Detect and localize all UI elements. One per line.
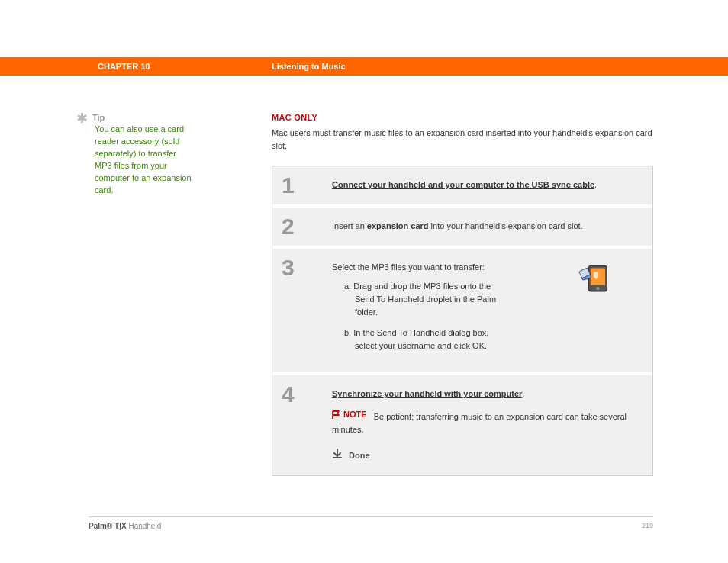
svg-point-2 bbox=[596, 287, 599, 290]
intro-text: Mac users must transfer music files to a… bbox=[272, 127, 653, 152]
step-number: 1 bbox=[282, 174, 317, 197]
tip-text: You can also use a card reader accessory… bbox=[95, 124, 194, 197]
product-name: Palm® T|X Handheld bbox=[89, 522, 161, 530]
tip-label: Tip bbox=[76, 113, 229, 122]
text: . bbox=[594, 180, 597, 189]
note-label: NOTE bbox=[332, 408, 367, 421]
mac-only-heading: MAC ONLY bbox=[272, 113, 653, 122]
step-body: Synchronize your handheld with your comp… bbox=[326, 375, 652, 475]
asterisk-icon: ✱ bbox=[76, 113, 88, 124]
chapter-label: CHAPTER 10 bbox=[98, 62, 272, 71]
synchronize-link[interactable]: Synchronize your handheld with your comp… bbox=[332, 389, 522, 398]
step-body: Insert an expansion card into your handh… bbox=[326, 208, 652, 246]
flag-icon bbox=[332, 410, 341, 420]
step-number: 2 bbox=[282, 215, 317, 238]
handheld-device-icon bbox=[578, 261, 614, 298]
step-number-cell: 1 bbox=[272, 166, 326, 204]
expansion-card-link[interactable]: expansion card bbox=[367, 221, 429, 230]
step-3: 3 Select the MP3 files you want to trans… bbox=[272, 249, 652, 375]
step-number-cell: 2 bbox=[272, 208, 326, 246]
note-row: NOTE Be patient; transferring music to a… bbox=[332, 408, 639, 436]
step3-item-b: b. In the Send To Handheld dialog box, s… bbox=[344, 327, 507, 352]
done-row: Done bbox=[332, 449, 639, 463]
step-number: 4 bbox=[282, 383, 317, 406]
step-4: 4 Synchronize your handheld with your co… bbox=[272, 375, 652, 475]
connect-link[interactable]: Connect your handheld and your computer … bbox=[332, 180, 594, 189]
text: Insert an bbox=[332, 221, 367, 230]
step-1: 1 Connect your handheld and your compute… bbox=[272, 166, 652, 208]
note-text: Be patient; transferring music to an exp… bbox=[332, 412, 627, 434]
download-arrow-icon bbox=[332, 449, 343, 463]
chapter-title: Listening to Music bbox=[272, 62, 346, 71]
text: . bbox=[522, 389, 524, 398]
step3-sublist: a. Drag and drop the MP3 files onto the … bbox=[332, 280, 507, 352]
step-number-cell: 4 bbox=[272, 375, 326, 475]
done-label: Done bbox=[349, 449, 370, 462]
step-number-cell: 3 bbox=[272, 249, 326, 372]
step3-item-a: a. Drag and drop the MP3 files onto the … bbox=[344, 280, 507, 319]
step-body: Connect your handheld and your computer … bbox=[326, 166, 652, 204]
step3-lead: Select the MP3 files you want to transfe… bbox=[332, 261, 500, 274]
text: into your handheld's expansion card slot… bbox=[429, 221, 583, 230]
page-footer: Palm® T|X Handheld 219 bbox=[89, 516, 653, 530]
step-2: 2 Insert an expansion card into your han… bbox=[272, 208, 652, 249]
header-bar: CHAPTER 10 Listening to Music bbox=[0, 57, 728, 76]
tip-block: ✱ Tip You can also use a card reader acc… bbox=[76, 113, 229, 197]
steps-container: 1 Connect your handheld and your compute… bbox=[272, 166, 653, 476]
step-body: Select the MP3 files you want to transfe… bbox=[326, 249, 652, 372]
page-number: 219 bbox=[642, 522, 653, 530]
step-number: 3 bbox=[282, 256, 317, 279]
main-column: MAC ONLY Mac users must transfer music f… bbox=[272, 113, 653, 476]
